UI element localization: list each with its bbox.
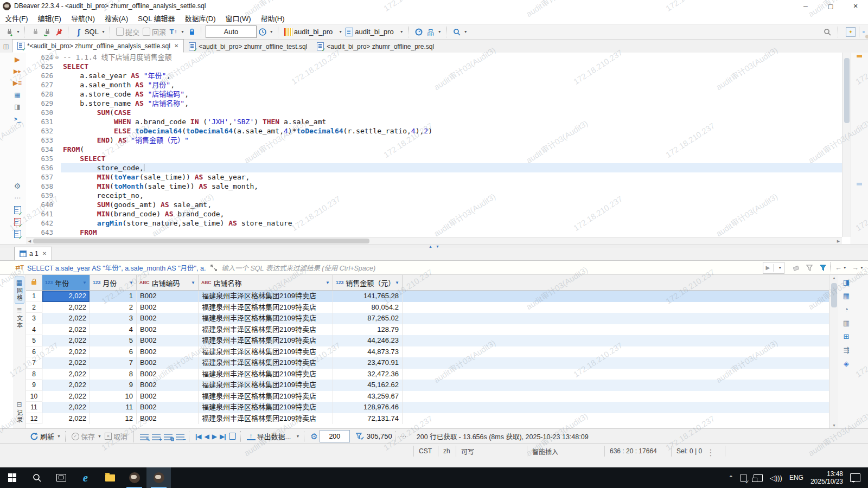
cell-r4-c1[interactable]: 2,022 bbox=[42, 324, 90, 336]
cell-r9-c5[interactable]: 45,162.62 bbox=[333, 380, 403, 391]
cell-r1-c2[interactable]: 1 bbox=[90, 291, 137, 302]
row-number-cell[interactable]: 7 bbox=[26, 357, 42, 369]
column-sort-icon[interactable]: ▼ bbox=[326, 280, 330, 285]
dashboard-button[interactable] bbox=[413, 25, 425, 38]
apply-filter-icon[interactable]: ▶ bbox=[765, 265, 770, 271]
row-number-cell[interactable]: 3 bbox=[26, 313, 42, 324]
unsaved-file-icon[interactable] bbox=[12, 216, 23, 227]
last-page-button[interactable]: ▶| bbox=[218, 430, 227, 442]
row-number-cell[interactable]: 4 bbox=[26, 324, 42, 336]
column-sort-icon[interactable]: ▼ bbox=[82, 280, 87, 285]
cell-r10-c4[interactable]: 福建泉州丰泽区格林集团2109特卖店 bbox=[199, 391, 333, 402]
tx-mode-combo[interactable]: Auto bbox=[206, 25, 257, 38]
cell-r12-c3[interactable]: B002 bbox=[137, 413, 199, 425]
editor-tab-2[interactable]: <audit_bi_pro> zhumr_offline_test.sql bbox=[184, 40, 312, 53]
tab-close-icon[interactable]: ✕ bbox=[174, 43, 178, 49]
cell-r3-c1[interactable]: 2,022 bbox=[42, 313, 90, 324]
value-panel-icon[interactable]: ◨ bbox=[841, 277, 851, 287]
cell-r6-c4[interactable]: 福建泉州丰泽区格林集团2109特卖店 bbox=[199, 346, 333, 358]
cell-r9-c4[interactable]: 福建泉州丰泽区格林集团2109特卖店 bbox=[199, 380, 333, 391]
taskbar-search-button[interactable] bbox=[24, 467, 49, 488]
cell-r8-c2[interactable]: 8 bbox=[90, 369, 137, 380]
start-button[interactable] bbox=[0, 467, 24, 488]
cell-r1-c1[interactable]: 2,022 bbox=[42, 291, 90, 302]
cell-r10-c2[interactable]: 10 bbox=[90, 391, 137, 402]
column-sort-icon[interactable]: ▼ bbox=[191, 280, 195, 285]
cell-r12-c5[interactable]: 72,131.74 bbox=[333, 413, 403, 425]
cell-r5-c5[interactable]: 44,246.23 bbox=[333, 335, 403, 346]
lock-button[interactable] bbox=[186, 25, 198, 38]
language-indicator[interactable]: ENG bbox=[789, 474, 803, 481]
row-number-cell[interactable]: 1 bbox=[26, 291, 42, 302]
row-number-cell[interactable]: 5 bbox=[26, 335, 42, 346]
action-center-icon[interactable] bbox=[850, 473, 860, 482]
cell-r2-c2[interactable]: 2 bbox=[90, 302, 137, 313]
analyze-icon[interactable]: ◨ bbox=[12, 101, 23, 112]
connect-button[interactable] bbox=[29, 25, 41, 38]
sql-editor-button[interactable]: ∫ SQL ▼ bbox=[73, 25, 107, 38]
scroll-right-icon[interactable]: ▶ bbox=[835, 239, 842, 243]
close-button[interactable]: ✕ bbox=[843, 0, 868, 12]
nav-forward-icon[interactable]: → bbox=[852, 264, 859, 272]
minimize-button[interactable]: ─ bbox=[793, 0, 818, 12]
next-page-button[interactable]: ▶ bbox=[210, 430, 218, 442]
cell-r11-c4[interactable]: 福建泉州丰泽区格林集团2109特卖店 bbox=[199, 402, 333, 413]
pin-panel-icon[interactable]: ◈ bbox=[841, 358, 851, 368]
cell-r11-c5[interactable]: 128,976.46 bbox=[333, 402, 403, 413]
column-sort-icon[interactable]: ▼ bbox=[395, 280, 399, 285]
app-window-2-button[interactable] bbox=[146, 467, 171, 488]
refresh-button[interactable]: 刷新▼ bbox=[28, 430, 62, 442]
menu-item-5[interactable]: SQL 编辑器 bbox=[133, 12, 180, 24]
cell-r9-c1[interactable]: 2,022 bbox=[42, 380, 90, 391]
cell-r10-c5[interactable]: 43,259.67 bbox=[333, 391, 403, 402]
query-history-button[interactable]: ▼ bbox=[257, 25, 275, 38]
volume-tray-icon[interactable]: ◁))) bbox=[770, 474, 782, 482]
scroll-left-icon[interactable]: ◀ bbox=[26, 239, 33, 243]
cell-r5-c2[interactable]: 5 bbox=[90, 335, 137, 346]
new-connection-button[interactable]: ▼ bbox=[3, 25, 22, 38]
cell-r3-c4[interactable]: 福建泉州丰泽区格林集团2109特卖店 bbox=[199, 313, 333, 324]
execute-new-tab-icon[interactable]: ▶▸ bbox=[12, 66, 23, 76]
maximize-button[interactable]: ▢ bbox=[818, 0, 843, 12]
dbeaver-perspective-button[interactable] bbox=[863, 31, 865, 33]
row-count-icon[interactable] bbox=[355, 433, 364, 440]
row-number-cell[interactable]: 6 bbox=[26, 346, 42, 358]
execute-script-icon[interactable]: ▶≡ bbox=[12, 78, 23, 88]
usb-tray-icon[interactable] bbox=[741, 474, 746, 482]
cancel-button[interactable]: ✕ 取消 bbox=[103, 430, 129, 442]
cell-r3-c3[interactable]: B002 bbox=[137, 313, 199, 324]
grid-corner-cell[interactable] bbox=[26, 275, 42, 290]
row-number-cell[interactable]: 9 bbox=[26, 380, 42, 391]
results-tab-close-icon[interactable]: ✕ bbox=[42, 251, 47, 256]
toolbar-more-icon[interactable]: ⋯ bbox=[400, 432, 408, 440]
menu-item-3[interactable]: 导航(N) bbox=[66, 12, 100, 24]
cell-r7-c4[interactable]: 福建泉州丰泽区格林集团2109特卖店 bbox=[199, 357, 333, 369]
rail-more-icon[interactable]: ⋯ bbox=[12, 192, 23, 203]
column-sort-icon[interactable]: ▼ bbox=[129, 280, 133, 285]
cell-r7-c1[interactable]: 2,022 bbox=[42, 357, 90, 369]
cell-r2-c3[interactable]: B002 bbox=[137, 302, 199, 313]
cell-r2-c5[interactable]: 80,054.2 bbox=[333, 302, 403, 313]
cell-r1-c3[interactable]: B002 bbox=[137, 291, 199, 302]
cell-r2-c1[interactable]: 2,022 bbox=[42, 302, 90, 313]
metadata-panel-icon[interactable]: ◔ bbox=[841, 304, 851, 314]
save-file-icon[interactable] bbox=[12, 228, 23, 239]
cell-r10-c3[interactable]: B002 bbox=[137, 391, 199, 402]
cell-r8-c4[interactable]: 福建泉州丰泽区格林集团2109特卖店 bbox=[199, 369, 333, 380]
fetch-size-input[interactable] bbox=[320, 430, 350, 442]
taskbar-clock[interactable]: 13:48 2025/10/23 bbox=[810, 470, 843, 485]
calc-panel-icon[interactable]: ▦ bbox=[841, 291, 851, 300]
cell-r11-c1[interactable]: 2,022 bbox=[42, 402, 90, 413]
remove-filter-icon[interactable] bbox=[806, 264, 814, 272]
menu-item-2[interactable]: 编辑(E) bbox=[33, 12, 66, 24]
row-number-cell[interactable]: 10 bbox=[26, 391, 42, 402]
connection-selector[interactable]: audit_bi_pro ▼ bbox=[283, 25, 344, 38]
presentation-text-tab[interactable]: ≣ 文本 bbox=[15, 305, 24, 331]
cell-r12-c1[interactable]: 2,022 bbox=[42, 413, 90, 425]
row-number-cell[interactable]: 8 bbox=[26, 369, 42, 380]
cell-r4-c3[interactable]: B002 bbox=[137, 324, 199, 336]
console-icon[interactable]: >_ bbox=[12, 113, 23, 124]
first-page-button[interactable]: |◀ bbox=[194, 430, 203, 442]
restore-panel-icon[interactable]: ◫ bbox=[0, 43, 12, 50]
grid-scroll-down-icon[interactable]: ▼ bbox=[829, 423, 839, 427]
